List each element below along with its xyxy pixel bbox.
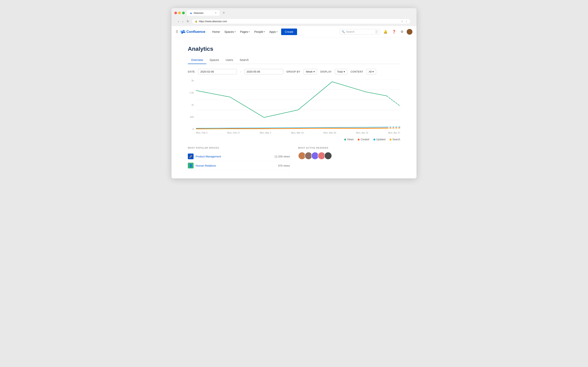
reload-button[interactable]: ↻ (186, 19, 190, 24)
human-relations-link[interactable]: Human Relations (196, 164, 276, 167)
x-label-mar2: Mon, Mar 2 (260, 132, 271, 134)
chart-y-labels: 2k 1.5k 1k 500 0 (188, 79, 195, 130)
y-label-1-5k: 1.5k (188, 92, 194, 94)
human-relations-icon: 👤 (188, 163, 194, 168)
confluence-logo[interactable]: Confluence (181, 30, 205, 34)
people-chevron: ▾ (264, 31, 265, 33)
star-icon[interactable]: ☆ (401, 20, 403, 23)
date-separator: - (240, 70, 241, 73)
chart-legend: Views Created Updated Search (188, 138, 400, 141)
atlassian-favicon: ▲ (190, 11, 192, 15)
y-label-1k: 1k (188, 104, 194, 106)
address-bar[interactable]: 🔒 https://www.atlassian.com ☆ ⋮ (192, 18, 411, 24)
browser-window: ▲ Atlassian ✕ + ‹ › ↻ 🔒 https://www.atla… (172, 8, 416, 178)
url-text: https://www.atlassian.com (199, 20, 227, 23)
most-active-readers-section: MOST ACTIVE READERS (298, 147, 400, 170)
product-management-views: 12,208 views (274, 155, 290, 158)
views-label: Views (347, 138, 354, 141)
date-to-input[interactable] (244, 69, 283, 75)
nav-people[interactable]: People ▾ (252, 29, 267, 35)
nav-spaces[interactable]: Spaces ▾ (222, 29, 238, 35)
lock-icon: 🔒 (195, 20, 198, 23)
date-filter-label: DATE (188, 70, 195, 73)
content-chevron: ▾ (372, 70, 374, 73)
created-dot (358, 139, 360, 141)
human-relations-views: 976 views (278, 164, 290, 167)
display-label: DISPLAY (320, 70, 332, 73)
nav-pages[interactable]: Pages ▾ (238, 29, 252, 35)
tab-close-button[interactable]: ✕ (215, 12, 217, 14)
user-avatar[interactable] (407, 29, 412, 35)
x-label-apr13: Mon, Apr 13 (356, 132, 368, 134)
tab-spaces[interactable]: Spaces (206, 56, 222, 64)
updated-line-dashed (387, 127, 400, 127)
close-traffic-light[interactable] (174, 12, 177, 14)
search-dot (389, 139, 391, 141)
traffic-lights (174, 12, 185, 14)
tab-title: Atlassian (194, 12, 204, 15)
search-placeholder-text: Search (346, 30, 355, 33)
group-by-label: GROUP BY (286, 70, 301, 73)
content-label: CONTENT (351, 70, 363, 73)
updated-dot (373, 139, 375, 141)
x-label-apr27: Mon, Apr 27 (388, 132, 400, 134)
spaces-chevron: ▾ (234, 31, 236, 33)
y-label-0: 0 (188, 128, 194, 130)
active-readers-title: MOST ACTIVE READERS (298, 147, 400, 149)
filters-row: DATE - GROUP BY Week ▾ DISPLAY Total ▾ C… (188, 69, 400, 75)
date-from-input[interactable] (198, 69, 237, 75)
created-label: Created (361, 138, 369, 141)
global-search-box[interactable]: 🔍 Search / (339, 29, 380, 35)
tab-users[interactable]: Users (222, 56, 236, 64)
minimize-traffic-light[interactable] (178, 12, 181, 14)
fullscreen-traffic-light[interactable] (182, 12, 185, 14)
y-label-500: 500 (188, 116, 194, 118)
x-label-mar16: Mon, Mar 16 (291, 132, 303, 134)
nav-home[interactable]: Home (210, 29, 222, 35)
app-switcher-icon[interactable]: ⠿ (176, 30, 178, 34)
help-button[interactable]: ❓ (391, 29, 397, 35)
x-label-feb3: Mon, Feb 3 (196, 132, 208, 134)
space-row-human-relations: 👤 Human Relations 976 views (188, 161, 290, 170)
browser-addressbar: ‹ › ↻ 🔒 https://www.atlassian.com ☆ ⋮ (174, 17, 414, 26)
y-label-2k: 2k (188, 79, 194, 82)
search-icon: 🔍 (342, 30, 345, 33)
product-management-link[interactable]: Product Management (196, 155, 272, 158)
back-button[interactable]: ‹ (177, 19, 180, 24)
views-dot (344, 139, 346, 141)
nav-right: 🔍 Search / 🔔 ❓ ⚙ (339, 29, 412, 35)
app-content: ⠿ Confluence Home Spaces ▾ Pages ▾ (172, 26, 416, 178)
tab-search[interactable]: Search (236, 56, 252, 64)
settings-button[interactable]: ⚙ (399, 29, 405, 35)
forward-button[interactable]: › (182, 19, 184, 24)
popular-spaces-title: MOST POPULAR SPACES (188, 147, 290, 149)
new-tab-button[interactable]: + (222, 11, 226, 15)
nav-apps[interactable]: Apps ▾ (267, 29, 279, 35)
reader-avatar-5[interactable] (324, 152, 332, 160)
views-line-dashed (387, 96, 400, 106)
page-title: Analytics (188, 46, 400, 52)
more-icon[interactable]: ⋮ (405, 20, 408, 23)
legend-views: Views (344, 138, 354, 141)
page-body: Analytics Overview Spaces Users Search D… (172, 38, 416, 178)
confluence-logo-icon (181, 30, 185, 34)
legend-updated: Updated (373, 138, 385, 141)
top-nav: ⠿ Confluence Home Spaces ▾ Pages ▾ (172, 26, 416, 38)
reader-avatars (298, 152, 400, 160)
updated-label: Updated (376, 138, 385, 141)
analytics-chart: 2k 1.5k 1k 500 0 (188, 79, 400, 136)
group-by-select[interactable]: Week ▾ (303, 69, 317, 75)
browser-chrome: ▲ Atlassian ✕ + ‹ › ↻ 🔒 https://www.atla… (172, 8, 416, 26)
browser-tab[interactable]: ▲ Atlassian ✕ (187, 10, 219, 16)
browser-titlebar: ▲ Atlassian ✕ + (174, 10, 414, 16)
nav-menu: Home Spaces ▾ Pages ▾ People ▾ Apps ▾ (210, 29, 279, 35)
tab-overview[interactable]: Overview (188, 56, 206, 64)
content-select[interactable]: All ▾ (366, 69, 376, 75)
create-button[interactable]: Create (281, 29, 297, 35)
most-popular-spaces-section: MOST POPULAR SPACES 🚀 Product Management… (188, 147, 290, 170)
display-select[interactable]: Total ▾ (335, 69, 347, 75)
display-chevron: ▾ (344, 70, 345, 73)
group-by-chevron: ▾ (313, 70, 315, 73)
legend-created: Created (358, 138, 369, 141)
notifications-button[interactable]: 🔔 (382, 29, 389, 35)
